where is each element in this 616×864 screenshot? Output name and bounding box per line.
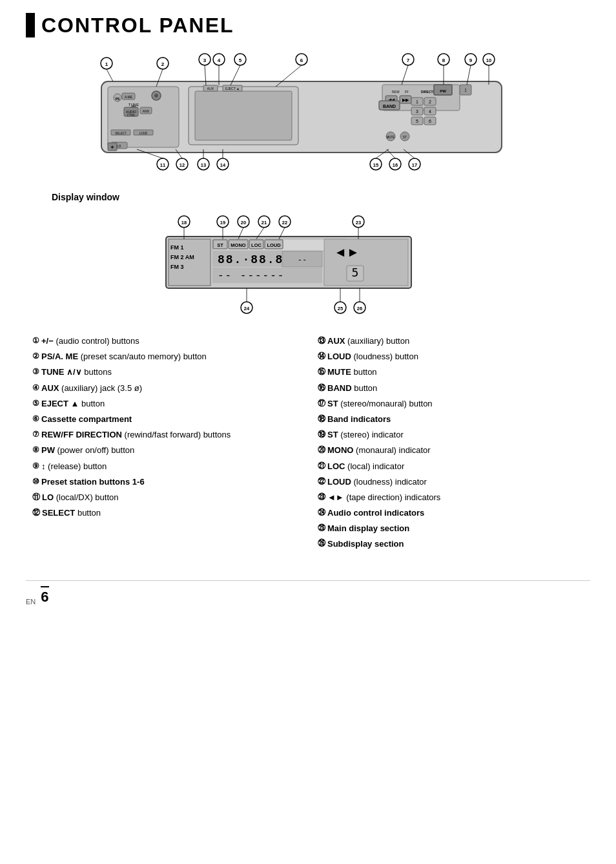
desc-item-21: ㉑ LOC (local) indicator — [318, 461, 584, 472]
page-title: CONTROL PANEL — [41, 14, 234, 37]
svg-text:FM 2  AM: FM 2 AM — [170, 254, 194, 260]
desc-num-7: ⑦ — [32, 429, 39, 440]
desc-num-1: ① — [32, 335, 39, 346]
desc-text-4: AUX (auxiliary) jack (3.5 ø) — [41, 383, 142, 394]
desc-item-18: ⑱ Band indicators — [318, 414, 584, 425]
svg-text:3: 3 — [203, 58, 207, 63]
svg-text:SELECT: SELECT — [115, 132, 127, 135]
desc-num-6: ⑥ — [32, 414, 39, 425]
display-section: Display window FM 1 FM 2 AM FM 3 ST MONO… — [26, 192, 590, 322]
svg-text:8: 8 — [442, 58, 446, 63]
svg-text:◄►: ◄► — [334, 245, 360, 259]
desc-text-21: LOC (local) indicator — [327, 461, 404, 472]
svg-text:20: 20 — [241, 220, 246, 226]
svg-text:17: 17 — [412, 162, 417, 168]
svg-text:22: 22 — [282, 220, 287, 226]
svg-text:▶▶: ▶▶ — [402, 98, 409, 102]
svg-text:FM 3: FM 3 — [170, 264, 184, 270]
svg-text:5: 5 — [239, 58, 242, 63]
desc-num-20: ⑳ — [318, 445, 325, 456]
svg-text:3: 3 — [416, 109, 418, 114]
desc-text-1: +/− (audio control) buttons — [41, 335, 139, 347]
desc-num-12: ⑫ — [32, 507, 40, 518]
svg-text:1: 1 — [416, 100, 418, 104]
desc-text-13: AUX (auxiliary) button — [327, 335, 409, 347]
display-diagram-svg: FM 1 FM 2 AM FM 3 ST MONO LOC LOUD 88.·8… — [127, 207, 489, 321]
desc-item-8: ⑧ PW (power on/off) button — [32, 445, 298, 456]
descriptions-left-column: ① +/− (audio control) buttons ② PS/A. ME… — [32, 335, 298, 554]
desc-item-11: ⑪ LO (local/DX) button — [32, 492, 298, 503]
svg-text:ST: ST — [217, 242, 223, 248]
desc-item-7: ⑦ REW/FF DIRECTION (rewind/fast forward)… — [32, 429, 298, 441]
desc-text-20: MONO (monaural) indicator — [327, 445, 431, 456]
desc-num-14: ⑭ — [318, 351, 325, 362]
title-bar-decoration — [26, 13, 35, 37]
desc-num-25: ㉕ — [318, 523, 325, 534]
svg-text:10: 10 — [486, 58, 491, 63]
desc-item-1: ① +/− (audio control) buttons — [32, 335, 298, 347]
svg-text:23: 23 — [356, 220, 361, 226]
desc-item-25: ㉕ Main display section — [318, 523, 584, 534]
desc-item-10: ⑩ Preset station buttons 1-6 — [32, 476, 298, 488]
desc-text-8: PW (power on/off) button — [41, 445, 134, 456]
desc-num-24: ㉔ — [318, 507, 325, 518]
desc-text-24: Audio control indicators — [327, 507, 424, 519]
svg-text:5: 5 — [352, 266, 359, 279]
svg-text:16: 16 — [393, 162, 398, 168]
svg-text:4: 4 — [429, 109, 431, 114]
svg-text:6: 6 — [429, 119, 431, 123]
desc-item-9: ⑨ ↕ (release) button — [32, 461, 298, 472]
desc-item-2: ② PS/A. ME (preset scan/auto memory) but… — [32, 351, 298, 363]
svg-text:7: 7 — [407, 58, 410, 63]
desc-text-18: Band indicators — [327, 414, 391, 425]
svg-text:26: 26 — [357, 306, 362, 311]
desc-num-5: ⑤ — [32, 398, 39, 409]
svg-text:88.·88.8: 88.·88.8 — [218, 253, 283, 266]
desc-text-6: Cassette compartment — [41, 414, 132, 425]
desc-num-11: ⑪ — [32, 492, 40, 503]
desc-text-19: ST (stereo) indicator — [327, 429, 404, 441]
desc-num-8: ⑧ — [32, 445, 39, 456]
svg-line-62 — [107, 69, 113, 81]
desc-item-26: ㉖ Subdisplay section — [318, 538, 584, 550]
desc-item-17: ⑰ ST (stereo/monaural) button — [318, 398, 584, 410]
desc-text-3: TUNE ∧/∨ buttons — [41, 366, 112, 378]
desc-num-21: ㉑ — [318, 461, 325, 472]
desc-num-3: ③ — [32, 366, 39, 377]
svg-text:CTRL: CTRL — [127, 113, 135, 117]
desc-text-15: MUTE button — [327, 366, 377, 378]
device-diagram-section: PS A.ME TUNE AUDIO CTRL ANX — [26, 49, 590, 180]
desc-item-19: ⑲ ST (stereo) indicator — [318, 429, 584, 441]
svg-text:MONO: MONO — [231, 242, 245, 248]
desc-text-23: ◄► (tape direction) indicators — [327, 492, 440, 503]
svg-text:+: + — [110, 144, 114, 151]
svg-text:25: 25 — [338, 306, 343, 311]
svg-text:18: 18 — [181, 220, 187, 226]
desc-text-9: ↕ (release) button — [41, 461, 107, 472]
footer-page-number: 6 — [41, 586, 48, 606]
footer-language: EN — [26, 598, 36, 606]
desc-item-24: ㉔ Audio control indicators — [318, 507, 584, 519]
desc-num-15: ⑮ — [318, 366, 325, 377]
desc-num-17: ⑰ — [318, 398, 325, 409]
desc-item-4: ④ AUX (auxiliary) jack (3.5 ø) — [32, 383, 298, 394]
svg-text:14: 14 — [220, 162, 226, 168]
svg-text:12: 12 — [180, 162, 185, 168]
desc-item-14: ⑭ LOUD (loudness) button — [318, 351, 584, 363]
page-title-section: CONTROL PANEL — [26, 13, 590, 37]
svg-text:ST: ST — [403, 136, 407, 139]
desc-text-25: Main display section — [327, 523, 409, 534]
svg-text:9: 9 — [469, 58, 473, 63]
svg-text:4: 4 — [218, 58, 221, 63]
svg-text:PW: PW — [440, 89, 446, 93]
desc-text-12: SELECT button — [42, 507, 101, 519]
svg-text:19: 19 — [220, 220, 225, 226]
desc-text-16: BAND button — [327, 383, 377, 394]
desc-num-23: ㉓ — [318, 492, 325, 503]
svg-text:LOC: LOC — [251, 242, 262, 248]
svg-text:MUTE: MUTE — [387, 136, 395, 139]
desc-item-16: ⑯ BAND button — [318, 383, 584, 394]
svg-text:--: -- — [298, 255, 307, 264]
display-diagram-wrapper: FM 1 FM 2 AM FM 3 ST MONO LOC LOUD 88.·8… — [127, 207, 489, 322]
svg-rect-21 — [195, 91, 292, 140]
